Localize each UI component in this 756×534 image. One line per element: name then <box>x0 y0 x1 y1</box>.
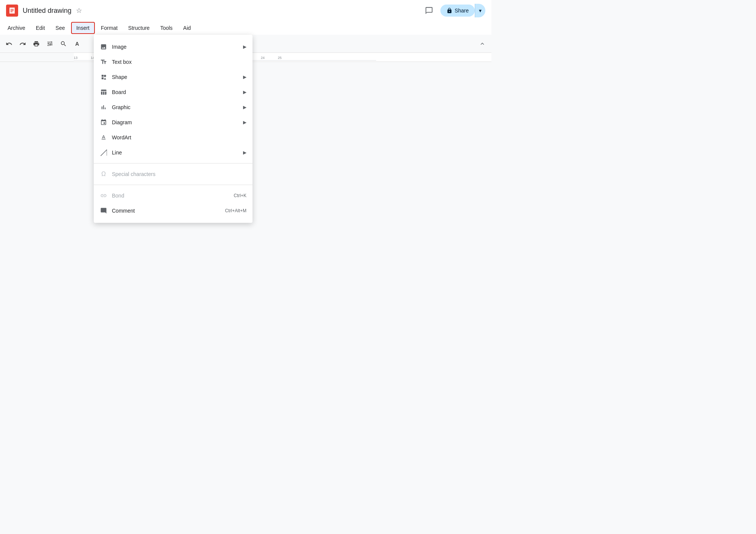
insert-comment-item[interactable]: Comment Ctrl+Alt+M <box>94 203 253 218</box>
app-logo <box>6 5 18 17</box>
board-icon <box>100 88 107 96</box>
format-button[interactable] <box>44 38 56 50</box>
insert-bond-item: Bond Ctrl+K <box>94 188 253 203</box>
redo-button[interactable] <box>17 38 29 50</box>
image-icon <box>100 43 107 51</box>
menu-format[interactable]: Format <box>96 23 122 33</box>
svg-text:25: 25 <box>278 56 282 60</box>
bond-shortcut: Ctrl+K <box>234 193 246 198</box>
shape-submenu-arrow: ▶ <box>243 74 246 80</box>
menu-divider-2 <box>94 185 253 185</box>
svg-text:24: 24 <box>261 56 265 60</box>
menu-aid[interactable]: Aid <box>179 23 195 33</box>
shape-icon <box>100 73 107 81</box>
insert-graphic-label: Graphic <box>112 104 239 110</box>
collapse-toolbar-button[interactable] <box>476 38 488 50</box>
insert-line-item[interactable]: Line ▶ <box>94 145 253 160</box>
wordart-icon <box>100 134 107 141</box>
menu-bar: Archive Edit See Insert Format Structure… <box>0 21 491 35</box>
insert-image-item[interactable]: Image ▶ <box>94 39 253 54</box>
insert-board-item[interactable]: Board ▶ <box>94 85 253 100</box>
star-icon[interactable]: ☆ <box>76 6 82 15</box>
image-submenu-arrow: ▶ <box>243 44 246 49</box>
graphic-submenu-arrow: ▶ <box>243 105 246 110</box>
text-button[interactable]: A <box>71 38 83 50</box>
menu-insert[interactable]: Insert <box>71 22 95 34</box>
insert-shape-label: Shape <box>112 74 239 80</box>
diagram-submenu-arrow: ▶ <box>243 120 246 125</box>
menu-edit[interactable]: Edit <box>31 23 50 33</box>
menu-structure[interactable]: Structure <box>124 23 154 33</box>
insert-wordart-label: WordArt <box>112 134 246 140</box>
comment-icon <box>100 207 107 215</box>
insert-wordart-item[interactable]: WordArt <box>94 130 253 145</box>
comments-button[interactable] <box>422 4 436 17</box>
line-icon <box>100 149 107 156</box>
textbox-icon <box>100 58 107 66</box>
insert-dropdown-menu: Image ▶ Text box Shape ▶ Board ▶ <box>94 35 253 223</box>
insert-bond-label: Bond <box>112 193 229 199</box>
insert-diagram-label: Diagram <box>112 119 239 125</box>
menu-divider-1 <box>94 163 253 164</box>
zoom-button[interactable] <box>57 38 70 50</box>
svg-text:13: 13 <box>74 56 77 60</box>
insert-line-label: Line <box>112 150 239 156</box>
comment-shortcut: Ctrl+Alt+M <box>225 208 246 213</box>
insert-textbox-label: Text box <box>112 59 246 65</box>
menu-see[interactable]: See <box>51 23 70 33</box>
title-bar: Untitled drawing ☆ Share ▾ <box>0 0 491 21</box>
insert-image-label: Image <box>112 44 239 50</box>
print-button[interactable] <box>30 38 42 50</box>
insert-shape-item[interactable]: Shape ▶ <box>94 69 253 85</box>
menu-section-3: Bond Ctrl+K Comment Ctrl+Alt+M <box>94 187 253 220</box>
insert-special-chars-item: Ω Special characters <box>94 167 253 182</box>
share-button[interactable]: Share <box>440 5 475 17</box>
insert-special-chars-label: Special characters <box>112 171 246 177</box>
menu-tools[interactable]: Tools <box>156 23 177 33</box>
document-title: Untitled drawing <box>23 7 71 15</box>
share-dropdown-button[interactable]: ▾ <box>475 4 485 17</box>
undo-button[interactable] <box>3 38 15 50</box>
insert-board-label: Board <box>112 89 239 95</box>
board-submenu-arrow: ▶ <box>243 90 246 95</box>
share-label: Share <box>455 8 469 14</box>
insert-comment-label: Comment <box>112 208 220 214</box>
diagram-icon <box>100 119 107 126</box>
omega-icon: Ω <box>100 170 107 178</box>
menu-archive[interactable]: Archive <box>3 23 30 33</box>
insert-diagram-item[interactable]: Diagram ▶ <box>94 115 253 130</box>
insert-graphic-item[interactable]: Graphic ▶ <box>94 100 253 115</box>
menu-section-2: Ω Special characters <box>94 165 253 183</box>
menu-section-1: Image ▶ Text box Shape ▶ Board ▶ <box>94 38 253 162</box>
bond-icon <box>100 192 107 199</box>
line-submenu-arrow: ▶ <box>243 150 246 155</box>
insert-textbox-item[interactable]: Text box <box>94 54 253 69</box>
graphic-icon <box>100 103 107 111</box>
